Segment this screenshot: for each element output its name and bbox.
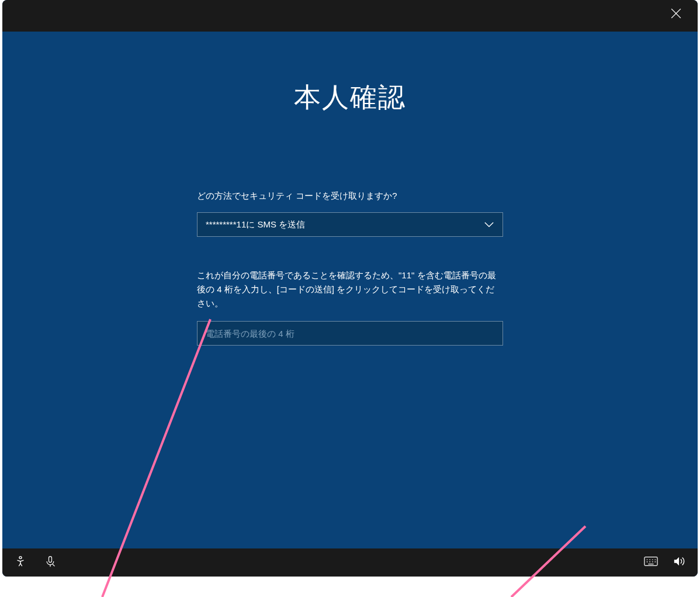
close-button[interactable] bbox=[671, 8, 681, 21]
method-select[interactable]: *********11に SMS を送信 bbox=[197, 212, 503, 237]
keyboard-icon bbox=[644, 556, 658, 569]
taskbar-left-group bbox=[14, 555, 56, 570]
close-icon bbox=[671, 8, 681, 21]
svg-line-5 bbox=[53, 564, 54, 566]
microphone-icon bbox=[44, 555, 56, 570]
oobe-window: 本人確認 どの方法でセキュリティ コードを受け取りますか? *********1… bbox=[2, 0, 698, 577]
taskbar bbox=[2, 548, 698, 577]
svg-rect-3 bbox=[49, 557, 52, 563]
ease-of-access-button[interactable] bbox=[14, 555, 27, 570]
method-select-value: *********11に SMS を送信 bbox=[206, 219, 305, 230]
taskbar-right-group bbox=[644, 555, 686, 570]
svg-marker-16 bbox=[674, 557, 679, 566]
content-area: 本人確認 どの方法でセキュリティ コードを受け取りますか? *********1… bbox=[2, 80, 698, 577]
keyboard-button[interactable] bbox=[644, 556, 658, 569]
instruction-text: これが自分の電話番号であることを確認するため、"11" を含む電話番号の最後の … bbox=[197, 268, 503, 310]
phone-last4-input[interactable] bbox=[197, 321, 503, 346]
svg-point-2 bbox=[19, 557, 22, 559]
accessibility-icon bbox=[14, 555, 27, 570]
volume-button[interactable] bbox=[673, 555, 686, 570]
chevron-down-icon bbox=[484, 221, 494, 228]
form-area: どの方法でセキュリティ コードを受け取りますか? *********11に SM… bbox=[197, 191, 503, 346]
page-title: 本人確認 bbox=[26, 80, 674, 116]
mic-button[interactable] bbox=[44, 555, 56, 570]
titlebar bbox=[2, 0, 698, 32]
method-question-label: どの方法でセキュリティ コードを受け取りますか? bbox=[197, 191, 503, 202]
volume-icon bbox=[673, 555, 686, 570]
